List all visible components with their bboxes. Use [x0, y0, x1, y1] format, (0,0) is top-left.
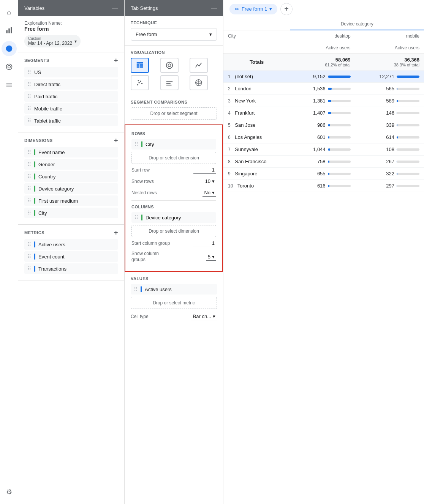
- rows-drop-zone[interactable]: Drop or select dimension: [131, 152, 216, 164]
- start-col-group-value[interactable]: 1: [193, 239, 216, 247]
- map-viz-btn[interactable]: [190, 75, 208, 90]
- mobile-value: 339: [386, 122, 394, 128]
- chevron-down-icon: ▾: [212, 190, 215, 195]
- tab-settings-minimize-btn[interactable]: —: [211, 5, 217, 11]
- dimension-label: Country: [38, 174, 56, 180]
- realtime-icon[interactable]: [2, 59, 17, 74]
- explore-icon[interactable]: [2, 41, 17, 56]
- metrics-section: METRICS + ⠿ Active users ⠿ Event count ⠿…: [18, 225, 124, 280]
- technique-dropdown[interactable]: Free form ▾: [131, 28, 217, 41]
- desktop-value: 1,044: [313, 146, 326, 152]
- values-title: VALUES: [131, 276, 217, 281]
- segment-label: US: [34, 69, 41, 75]
- segment-label: Mobile traffic: [34, 106, 62, 112]
- list-item[interactable]: ⠿ First user medium: [24, 195, 118, 206]
- row-number: 8: [228, 159, 231, 164]
- city-cell: 4 Frankfurt: [223, 107, 290, 119]
- add-dimension-btn[interactable]: +: [114, 137, 118, 144]
- columns-device-item[interactable]: ⠿ Device category: [131, 212, 216, 223]
- city-cell: 10 Toronto: [223, 180, 290, 192]
- start-row-value[interactable]: 1: [193, 166, 216, 174]
- table-row: 1 (not set) 9,152 12,271: [223, 71, 424, 83]
- start-col-group-row: Start column group 1: [131, 239, 216, 247]
- svg-rect-0: [6, 30, 7, 33]
- list-icon[interactable]: [2, 77, 17, 93]
- row-number: 6: [228, 135, 231, 140]
- date-range-picker[interactable]: Custom Mar 14 - Apr 12, 2022 ▾: [24, 35, 81, 47]
- list-item[interactable]: ⠿ Gender: [24, 159, 118, 170]
- city-cell: 2 London: [223, 83, 290, 95]
- segment-drop-zone[interactable]: Drop or select segment: [131, 107, 217, 120]
- metric-label: Active users: [38, 242, 65, 247]
- desktop-value: 1,536: [313, 86, 326, 91]
- desktop-bar-container: [328, 112, 351, 114]
- city-name: San Francisco: [235, 159, 266, 164]
- scatter-viz-btn[interactable]: [131, 75, 149, 90]
- drag-handle-icon: ⠿: [27, 173, 31, 180]
- list-item[interactable]: ⠿ Event name: [24, 147, 118, 158]
- desktop-value: 758: [317, 159, 326, 164]
- cell-type-dropdown[interactable]: Bar ch... ▾: [191, 313, 217, 320]
- list-item[interactable]: ⠿ Device category: [24, 183, 118, 194]
- list-item[interactable]: ⠿ US: [24, 67, 118, 77]
- desktop-value-cell: 9,152: [290, 71, 355, 83]
- list-item[interactable]: ⠿ Country: [24, 171, 118, 182]
- list-item[interactable]: ⠿ Active users: [24, 239, 118, 250]
- desktop-bar-fill: [328, 173, 329, 175]
- row-number: 1: [228, 74, 231, 79]
- list-item[interactable]: ⠿ Mobile traffic: [24, 103, 118, 114]
- nested-rows-dropdown[interactable]: No ▾: [203, 189, 216, 197]
- mobile-bar-container: [397, 124, 419, 126]
- settings-icon[interactable]: ⚙: [2, 484, 17, 499]
- city-name: Frankfurt: [235, 110, 255, 116]
- city-name: (not set): [235, 74, 253, 79]
- svg-point-17: [138, 82, 140, 83]
- desktop-value: 1,407: [313, 110, 326, 116]
- variables-minimize-btn[interactable]: —: [112, 5, 118, 11]
- home-icon[interactable]: ⌂: [2, 5, 17, 20]
- city-name: Toronto: [237, 183, 254, 189]
- desktop-bar-fill: [328, 161, 330, 163]
- metrics-section-title: METRICS +: [24, 229, 118, 236]
- add-metric-btn[interactable]: +: [114, 229, 118, 236]
- table-viz-btn[interactable]: [131, 58, 149, 73]
- line-viz-btn[interactable]: [190, 58, 208, 73]
- svg-point-5: [8, 66, 10, 68]
- technique-section: TECHNIQUE Free form ▾: [125, 16, 223, 46]
- list-item[interactable]: ⠿ Paid traffic: [24, 91, 118, 102]
- donut-viz-btn[interactable]: [160, 58, 179, 73]
- svg-point-16: [137, 84, 139, 86]
- city-cell: 6 Los Angeles: [223, 131, 290, 143]
- rows-city-item[interactable]: ⠿ City: [131, 139, 216, 150]
- mobile-value-cell: 12,271: [355, 71, 424, 83]
- svg-rect-9: [137, 62, 143, 64]
- desktop-total-sub: 61.2% of total: [325, 63, 350, 67]
- show-col-groups-dropdown[interactable]: 5 ▾: [206, 253, 216, 261]
- list-item[interactable]: ⠿ City: [24, 208, 118, 218]
- list-item[interactable]: ⠿ Transactions: [24, 263, 118, 274]
- mobile-value: 614: [386, 134, 394, 140]
- add-segment-btn[interactable]: +: [114, 57, 118, 64]
- bar-viz-btn[interactable]: [160, 75, 179, 90]
- values-section: VALUES ⠿ Active users Drop or select met…: [125, 272, 223, 325]
- device-category-header: Device category: [290, 18, 424, 30]
- list-item[interactable]: ⠿ Event count: [24, 251, 118, 262]
- desktop-group-header: desktop: [290, 30, 355, 42]
- columns-drop-zone[interactable]: Drop or select dimension: [131, 225, 216, 237]
- values-drop-zone[interactable]: Drop or select metric: [131, 297, 217, 309]
- desktop-value-cell: 1,407: [290, 107, 355, 119]
- desktop-bar-fill: [328, 76, 351, 78]
- mobile-bar-container: [397, 112, 419, 114]
- city-cell: 8 San Francisco: [223, 156, 290, 168]
- list-item[interactable]: ⠿ Tablet traffic: [24, 115, 118, 126]
- city-name: Los Angeles: [235, 134, 262, 140]
- active-tab[interactable]: ✏ Free form 1 ▾: [229, 4, 277, 14]
- values-active-users-item[interactable]: ⠿ Active users: [131, 284, 217, 295]
- show-rows-dropdown[interactable]: 10 ▾: [204, 178, 216, 185]
- chart-icon[interactable]: [2, 23, 17, 38]
- metrics-header-row: Active users Active users: [223, 42, 424, 54]
- segment-label: Direct traffic: [34, 82, 60, 87]
- add-tab-btn[interactable]: +: [280, 3, 293, 15]
- mobile-value-cell: 146: [355, 107, 424, 119]
- list-item[interactable]: ⠿ Direct traffic: [24, 79, 118, 90]
